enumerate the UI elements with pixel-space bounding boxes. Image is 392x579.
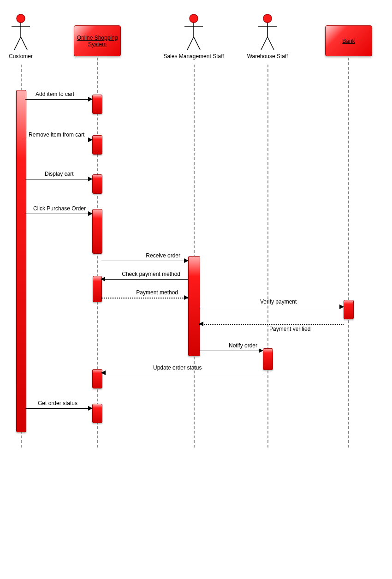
activation-system-4 xyxy=(92,209,102,254)
svg-line-9 xyxy=(194,37,200,50)
activation-sales xyxy=(188,256,200,356)
svg-line-13 xyxy=(261,37,267,50)
activation-system-1 xyxy=(92,95,102,114)
actor-warehouse xyxy=(258,14,277,51)
activation-warehouse xyxy=(263,348,273,370)
activation-bank xyxy=(344,300,354,319)
activation-system-2 xyxy=(92,135,102,155)
activation-system-7 xyxy=(92,404,102,423)
svg-line-4 xyxy=(21,37,27,50)
svg-point-5 xyxy=(190,14,198,23)
activation-system-3 xyxy=(92,174,102,194)
sequence-diagram: Customer Online Shopping System Sales Ma… xyxy=(0,0,392,579)
participant-bank: Bank xyxy=(325,25,372,56)
actor-sales-label: Sales Management Staff xyxy=(163,53,224,60)
actor-customer-label: Customer xyxy=(9,53,33,60)
actor-warehouse-label: Warehouse Staff xyxy=(247,53,288,60)
svg-line-14 xyxy=(267,37,274,50)
svg-point-0 xyxy=(17,14,25,23)
actor-sales xyxy=(184,14,203,51)
svg-line-3 xyxy=(14,37,21,50)
participant-system: Online Shopping System xyxy=(74,25,121,56)
lifeline-warehouse xyxy=(267,65,268,448)
activation-customer-main xyxy=(16,90,26,432)
lifeline-bank xyxy=(348,58,349,448)
svg-point-10 xyxy=(263,14,272,23)
svg-line-8 xyxy=(187,37,194,50)
actor-customer xyxy=(12,14,30,51)
